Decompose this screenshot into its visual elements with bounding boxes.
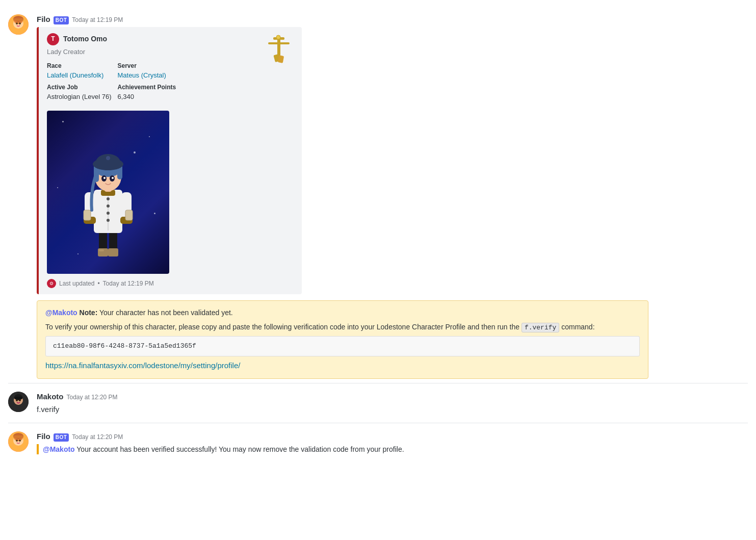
- svg-point-46: [16, 399, 18, 401]
- message-content-filo-2: Filo BOT Today at 12:20 PM @Makoto Your …: [37, 431, 748, 454]
- notice-note-text: Your character has not been validated ye…: [99, 308, 233, 317]
- job-label: Active job: [47, 83, 111, 92]
- embed-subtitle: Lady Creator: [47, 47, 182, 57]
- notice-note-label: Note:: [80, 308, 98, 317]
- filo-avatar: [8, 14, 29, 35]
- svg-rect-9: [268, 42, 290, 44]
- notice-verification-code[interactable]: c11eab80-98f6-4248-8737-5a1a5ed1365f: [45, 336, 640, 356]
- message-content-filo-1: Filo BOT Today at 12:19 PM T Totomo Omo …: [37, 14, 748, 294]
- notice-verify-text: To verify your ownership of this charact…: [45, 323, 522, 331]
- success-bar: @Makoto Your account has been verified s…: [37, 444, 748, 455]
- success-mention: @Makoto: [43, 445, 75, 453]
- makoto-username: Makoto: [37, 392, 64, 402]
- filo-timestamp-2: Today at 12:20 PM: [72, 433, 123, 442]
- svg-point-52: [16, 440, 18, 442]
- embed-footer-dot: •: [97, 279, 99, 288]
- makoto-avatar: [8, 392, 29, 412]
- embed-footer-timestamp: Today at 12:19 PM: [103, 279, 154, 288]
- svg-point-53: [19, 440, 21, 442]
- svg-point-38: [106, 156, 110, 160]
- embed-footer: ⚙ Last updated • Today at 12:19 PM: [47, 279, 294, 288]
- filo-username-2: Filo: [37, 431, 50, 442]
- divider-2: [8, 423, 748, 423]
- embed-author-name: Totomo Omo: [63, 34, 107, 44]
- makoto-timestamp: Today at 12:20 PM: [67, 393, 118, 402]
- filo-header-2: Filo BOT Today at 12:20 PM: [37, 431, 748, 442]
- notice-line-2: To verify your ownership of this charact…: [45, 322, 640, 332]
- notice-mention: @Makoto: [45, 308, 77, 317]
- embed-field-race: Race Lalafell (Dunesfolk): [47, 62, 111, 80]
- message-group-makoto: Makoto Today at 12:20 PM f.verify: [0, 388, 756, 419]
- makoto-message-text: f.verify: [37, 404, 748, 415]
- bot-badge: BOT: [54, 16, 69, 24]
- embed-author: T Totomo Omo: [47, 33, 182, 45]
- server-value: Mateus (Crystal): [117, 71, 181, 80]
- message-group-filo-1: Filo BOT Today at 12:19 PM T Totomo Omo …: [0, 10, 756, 298]
- verification-notice: @Makoto Note: Your character has not bee…: [37, 300, 648, 379]
- notice-command-code: f.verify: [522, 323, 559, 332]
- message-group-filo-2: Filo BOT Today at 12:20 PM @Makoto Your …: [0, 427, 756, 458]
- job-value: Astrologian (Level 76): [47, 92, 111, 101]
- svg-point-4: [19, 22, 21, 24]
- svg-rect-30: [125, 210, 133, 220]
- svg-point-22: [107, 212, 110, 215]
- svg-rect-16: [108, 248, 118, 256]
- embed-field-job: Active job Astrologian (Level 76): [47, 83, 111, 101]
- divider-1: [8, 383, 748, 383]
- svg-rect-48: [14, 397, 22, 399]
- svg-point-42: [112, 177, 114, 179]
- character-embed: T Totomo Omo Lady Creator Race Lalafell …: [37, 27, 302, 295]
- svg-point-41: [103, 177, 106, 179]
- filo-timestamp-1: Today at 12:19 PM: [72, 16, 123, 24]
- embed-main-content: T Totomo Omo Lady Creator Race Lalafell …: [47, 33, 182, 107]
- server-label: Server: [117, 62, 181, 70]
- notice-line-1: @Makoto Note: Your character has not bee…: [45, 308, 640, 318]
- race-value: Lalafell (Dunesfolk): [47, 71, 111, 80]
- svg-rect-55: [13, 435, 23, 438]
- success-text: @Makoto Your account has been verified s…: [43, 445, 404, 453]
- svg-point-3: [16, 22, 18, 24]
- embed-header: T Totomo Omo Lady Creator Race Lalafell …: [47, 33, 294, 107]
- success-body-text: Your account has been verified successfu…: [75, 445, 404, 453]
- svg-point-47: [19, 399, 21, 401]
- filo-avatar-2: [8, 431, 29, 452]
- embed-field-server: Server Mateus (Crystal): [117, 62, 181, 80]
- embed-footer-last-updated: Last updated: [59, 279, 94, 288]
- svg-point-10: [276, 35, 280, 39]
- embed-fields: Race Lalafell (Dunesfolk) Server Mateus …: [47, 62, 182, 102]
- achievement-label: Achievement points: [117, 83, 181, 92]
- svg-point-21: [107, 204, 110, 208]
- bot-badge-2: BOT: [54, 433, 69, 442]
- job-icon: [263, 33, 294, 68]
- makoto-header: Makoto Today at 12:20 PM: [37, 392, 748, 402]
- embed-field-achievement: Achievement points 6,340: [117, 83, 181, 101]
- message-header: Filo BOT Today at 12:19 PM: [37, 14, 748, 25]
- notice-command-suffix: command:: [559, 323, 594, 331]
- embed-author-icon: T: [47, 33, 59, 45]
- message-content-makoto: Makoto Today at 12:20 PM f.verify: [37, 392, 748, 415]
- notice-lodestone-link[interactable]: https://na.finalfantasyxiv.com/lodestone…: [45, 361, 240, 370]
- chat-container: Filo BOT Today at 12:19 PM T Totomo Omo …: [0, 0, 756, 469]
- character-image: [47, 111, 169, 274]
- svg-rect-29: [84, 210, 91, 220]
- svg-rect-6: [13, 18, 23, 21]
- svg-rect-17: [99, 249, 104, 251]
- embed-footer-icon: ⚙: [47, 279, 56, 288]
- achievement-value: 6,340: [117, 92, 181, 101]
- filo-username: Filo: [37, 14, 50, 25]
- svg-point-20: [107, 197, 110, 200]
- race-label: Race: [47, 62, 111, 70]
- svg-point-23: [107, 219, 110, 222]
